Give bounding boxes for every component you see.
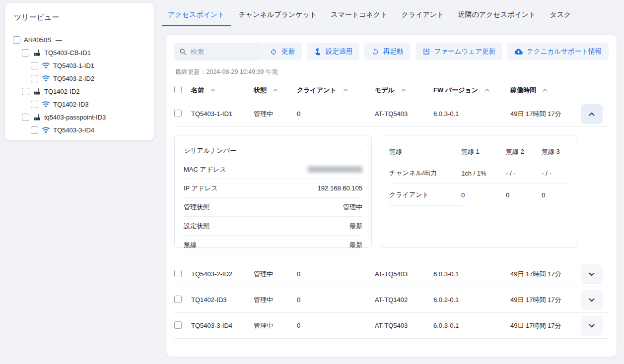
field-label: MAC アドレス — [184, 165, 226, 174]
ap-fw-version: 6.0.3-0.1 — [433, 270, 510, 278]
reboot-button-label: 再起動 — [383, 47, 404, 56]
tree-item-label: AR4050S — [24, 36, 52, 44]
tree-item-tq5403-3-id4[interactable]: TQ5403-3-ID4 — [13, 123, 146, 136]
access-point-device-icon — [33, 113, 41, 121]
field-label: IP アドレス — [184, 184, 218, 193]
radio-cell: 1ch / 1% — [461, 163, 506, 183]
tab-clients[interactable]: クライアント — [396, 7, 450, 26]
row-detail-panel: シリアルナンバー - MAC アドレス IP アドレス 192.168.60.1… — [174, 127, 609, 261]
radio-col-header: 無線 1 — [461, 141, 506, 162]
tree-checkbox[interactable] — [31, 75, 38, 82]
tree-item-tq5403-passpoint-id3[interactable]: tq5403-passpoint-ID3 — [13, 111, 146, 123]
field-value: 最新 — [349, 241, 362, 249]
tab-channel-blanket[interactable]: チャンネルブランケット — [233, 7, 323, 26]
tab-access-points[interactable]: アクセスポイント — [162, 7, 231, 26]
tree-item-tq1402-id2[interactable]: TQ1402-ID2 — [13, 85, 146, 98]
sort-caret-icon — [343, 89, 348, 92]
tree-checkbox[interactable] — [22, 49, 29, 57]
wifi-icon — [42, 61, 50, 70]
access-points-panel: 更新 設定適用 再起動 — [166, 35, 617, 357]
tree-checkbox[interactable] — [22, 114, 29, 121]
detail-field-mgmt-status: 管理状態 管理中 — [184, 198, 362, 217]
tree-checkbox[interactable] — [31, 126, 38, 134]
refresh-button-label: 更新 — [281, 47, 295, 56]
tree-view-panel: ツリービュー AR4050S — TQ5403-CB-ID1 TQ5403-1-… — [5, 3, 154, 140]
tree-item-label: tq5403-passpoint-ID3 — [44, 114, 106, 121]
ap-uptime: 49日 17時間 17分 — [510, 321, 581, 330]
column-header-clients[interactable]: クライアント — [297, 86, 375, 95]
table-row-tq1402-id3[interactable]: TQ1402-ID3 管理中 0 AT-TQ1402 6.0.2-0.1 49日… — [174, 287, 609, 313]
ap-clients: 0 — [297, 296, 375, 303]
table-row-tq5403-1-id1[interactable]: TQ5403-1-ID1 管理中 0 AT-TQ5403 6.0.3-0.1 4… — [174, 101, 609, 127]
expand-row-button[interactable] — [581, 316, 603, 336]
apply-config-button-label: 設定適用 — [326, 47, 352, 56]
expand-row-button[interactable] — [581, 290, 603, 310]
tree-item-ar4050s[interactable]: AR4050S — — [13, 33, 146, 46]
ap-uptime: 49日 17時間 17分 — [510, 270, 581, 279]
collapse-toggle[interactable]: — — [56, 36, 62, 44]
row-checkbox[interactable] — [174, 270, 182, 277]
tab-bar: アクセスポイント チャンネルブランケット スマートコネクト クライアント 近隣の… — [162, 0, 624, 26]
tree-item-label: TQ5403-3-ID4 — [53, 126, 94, 134]
field-value: 最新 — [349, 222, 362, 231]
tree-checkbox[interactable] — [31, 62, 38, 69]
chevron-down-icon — [589, 298, 595, 302]
table-row-tq5403-2-id2[interactable]: TQ5403-2-ID2 管理中 0 AT-TQ5403 6.0.3-0.1 4… — [174, 261, 609, 287]
field-value: 管理中 — [343, 203, 362, 212]
tree-item-tq1402-id3[interactable]: TQ1402-ID3 — [13, 98, 146, 111]
tree-item-label: TQ5403-1-ID1 — [53, 62, 94, 69]
ap-model: AT-TQ1402 — [375, 296, 433, 303]
column-header-status[interactable]: 状態 — [254, 86, 297, 95]
detail-field-radio-status: 無線 最新 — [184, 236, 362, 254]
search-box[interactable] — [174, 43, 263, 61]
column-header-uptime[interactable]: 稼働時間 — [510, 86, 581, 95]
row-checkbox[interactable] — [174, 296, 182, 303]
ap-model: AT-TQ5403 — [375, 110, 433, 118]
search-icon — [179, 48, 187, 56]
tree-checkbox[interactable] — [31, 101, 38, 108]
screen: ツリービュー AR4050S — TQ5403-CB-ID1 TQ5403-1-… — [0, 0, 624, 364]
ap-name: TQ5403-1-ID1 — [191, 110, 254, 118]
reboot-button[interactable]: 再起動 — [364, 43, 411, 61]
sort-caret-icon — [210, 89, 215, 92]
ap-status: 管理中 — [254, 270, 297, 279]
action-buttons: 更新 設定適用 再起動 — [263, 43, 609, 61]
wifi-icon — [42, 100, 50, 109]
tech-support-button[interactable]: テクニカルサポート情報 — [507, 43, 609, 61]
radio-col-header: 無線 3 — [542, 141, 568, 162]
row-checkbox[interactable] — [174, 321, 182, 329]
table-row-tq5403-3-id4[interactable]: TQ5403-3-ID4 管理中 0 AT-TQ5403 6.0.3-0.1 4… — [174, 313, 609, 339]
tree-item-tq5403-2-id2[interactable]: TQ5403-2-ID2 — [13, 72, 146, 85]
ap-name: TQ1402-ID3 — [191, 296, 254, 303]
tab-smart-connect[interactable]: スマートコネクト — [325, 7, 393, 26]
expand-row-button[interactable] — [581, 264, 603, 284]
search-input[interactable] — [191, 48, 258, 56]
tree-checkbox[interactable] — [22, 88, 29, 95]
select-all-checkbox[interactable] — [174, 86, 182, 93]
radio-cell: - / - — [506, 163, 542, 183]
tree-checkbox[interactable] — [13, 36, 20, 44]
firmware-update-button[interactable]: ファームウェア更新 — [416, 43, 502, 61]
tab-neighbor-access-points[interactable]: 近隣のアクセスポイント — [452, 7, 542, 26]
row-checkbox[interactable] — [174, 110, 182, 117]
last-updated-text: 最終更新：2024-08-29 10:49:39 午前 — [175, 68, 609, 76]
sort-caret-icon — [273, 89, 278, 92]
refresh-button[interactable]: 更新 — [263, 43, 302, 61]
field-label: 設定状態 — [184, 222, 209, 231]
apply-config-button[interactable]: 設定適用 — [307, 43, 359, 61]
column-header-name[interactable]: 名前 — [191, 86, 254, 95]
ap-clients: 0 — [297, 322, 375, 329]
tree-item-label: TQ1402-ID2 — [44, 88, 80, 95]
restart-icon — [371, 48, 379, 56]
column-header-fw-version[interactable]: FW バージョン — [433, 86, 510, 95]
ap-fw-version: 6.0.3-0.1 — [433, 322, 510, 329]
refresh-icon — [270, 48, 277, 56]
chevron-up-icon — [589, 112, 595, 116]
column-header-model[interactable]: モデル — [375, 86, 433, 95]
tab-tasks[interactable]: タスク — [544, 7, 577, 26]
tree-item-tq5403-1-id1[interactable]: TQ5403-1-ID1 — [13, 59, 146, 72]
mac-address-redacted — [308, 166, 362, 173]
ap-name: TQ5403-3-ID4 — [191, 322, 254, 329]
tree-item-tq5403-cb-id1[interactable]: TQ5403-CB-ID1 — [13, 46, 146, 59]
collapse-row-button[interactable] — [581, 104, 603, 124]
